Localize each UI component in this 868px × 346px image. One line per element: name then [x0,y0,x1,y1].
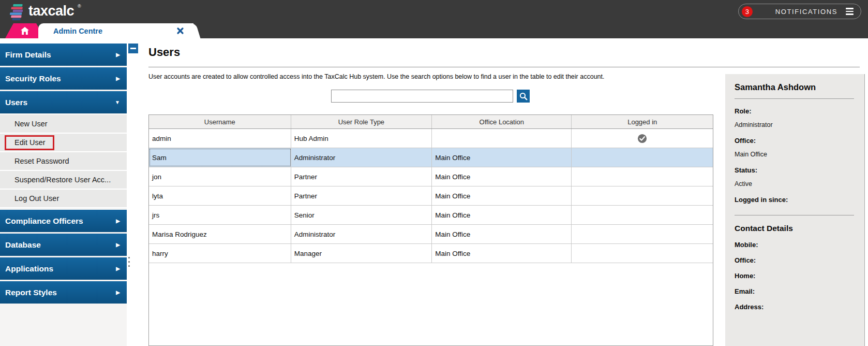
table-row[interactable]: jonPartnerMain Office [149,167,713,186]
users-table: UsernameUser Role TypeOffice LocationLog… [148,114,713,346]
notifications-button[interactable]: 3 NOTIFICATIONS [738,4,861,19]
cell-logged-in [572,244,713,263]
minus-icon [130,48,136,49]
contact-label-home: Home: [735,272,854,280]
cell-user-role-type: Partner [291,167,432,186]
table-row[interactable]: SamAdministratorMain Office [149,148,713,167]
users-table-body: adminHub AdminSamAdministratorMain Offic… [149,129,713,263]
top-bar: taxcalc ® 3 NOTIFICATIONS [0,0,868,23]
chevron-right-icon: ▶ [116,218,120,224]
table-row[interactable]: adminHub Admin [149,129,713,148]
sidebar-item-compliance-officers[interactable]: Compliance Officers▶ [0,210,127,232]
cell-logged-in [572,186,713,205]
sidebar-subitem-new-user[interactable]: New User [0,115,127,134]
tab-label: Admin Centre [38,27,102,35]
search-row [331,90,530,103]
search-button[interactable] [517,90,530,103]
logo-text: taxcalc [28,2,74,20]
cell-username: admin [149,129,291,148]
chevron-right-icon: ▶ [116,52,120,57]
cell-username: harry [149,244,291,263]
chevron-right-icon: ▶ [116,242,120,248]
home-icon [21,27,29,35]
users-table-header: UsernameUser Role TypeOffice LocationLog… [149,115,713,129]
detail-label-office: Office: [735,137,854,145]
contact-details-title: Contact Details [735,224,854,233]
highlight-box [5,135,54,150]
sidebar-item-label: Applications [5,264,116,273]
notifications-label: NOTIFICATIONS [775,8,837,16]
sidebar-item-applications[interactable]: Applications▶ [0,257,127,280]
title-divider [148,67,860,67]
cell-office-location: Main Office [432,148,572,167]
sidebar-item-database[interactable]: Database▶ [0,234,127,256]
contact-label-address: Address: [735,303,854,311]
cell-username: lyta [149,186,291,205]
sidebar-collapse-button[interactable] [128,44,138,53]
detail-label-logged-in-since: Logged in since: [735,196,854,204]
cell-user-role-type: Senior [291,206,432,224]
book-stack-icon [7,3,25,22]
cell-user-role-type: Manager [291,244,432,263]
cell-username: jrs [149,206,291,224]
search-input[interactable] [331,90,513,103]
cell-logged-in [572,206,713,224]
column-header-user-role-type: User Role Type [291,115,432,128]
notification-count-badge: 3 [742,6,753,17]
cell-user-role-type: Hub Admin [291,129,432,148]
sidebar-subitem-reset-password[interactable]: Reset Password [0,152,127,171]
details-panel: Samantha Ashdown Role:AdministratorOffic… [725,74,865,346]
cell-office-location: Main Office [432,206,572,224]
sidebar: Firm Details▶Security Roles▶Users▼New Us… [0,44,127,346]
panel-divider [735,98,854,99]
sidebar-item-security-roles[interactable]: Security Roles▶ [0,67,127,90]
detail-label-status: Status: [735,166,854,174]
cell-logged-in [572,225,713,243]
tab-admin-centre[interactable]: Admin Centre [38,23,193,38]
sidebar-item-label: Security Roles [5,74,116,83]
cell-logged-in [572,148,713,167]
sidebar-item-label: Compliance Officers [5,217,116,226]
chevron-right-icon: ▶ [116,76,120,81]
cell-user-role-type: Administrator [291,225,432,243]
panel-divider [735,215,854,215]
column-header-username: Username [149,115,291,128]
column-header-office-location: Office Location [432,115,572,128]
chevron-right-icon: ▶ [116,290,120,295]
page-description: User accounts are created to allow contr… [148,73,605,80]
table-row[interactable]: lytaPartnerMain Office [149,186,713,206]
logged-in-check-icon [637,134,647,143]
sidebar-item-users[interactable]: Users▼ [0,91,127,113]
contact-label-email: Email: [735,287,854,295]
sidebar-resize-handle[interactable] [127,257,131,267]
cell-username: Marisa Rodriguez [149,225,291,243]
search-icon [519,92,528,100]
sidebar-subitem-suspend-restore-user-acc[interactable]: Suspend/Restore User Acc... [0,171,127,190]
detail-value-role: Administrator [735,121,854,128]
sidebar-item-firm-details[interactable]: Firm Details▶ [0,44,127,66]
sidebar-item-label: Users [5,98,115,107]
table-row[interactable]: harryManagerMain Office [149,244,713,263]
cell-logged-in [572,167,713,186]
cell-office-location: Main Office [432,186,572,205]
selected-user-name: Samantha Ashdown [735,82,854,92]
sidebar-item-report-styles[interactable]: Report Styles▶ [0,281,127,304]
table-row[interactable]: jrsSeniorMain Office [149,206,713,225]
hamburger-icon [846,8,854,15]
cell-username: jon [149,167,291,186]
table-row[interactable]: Marisa RodriguezAdministratorMain Office [149,225,713,244]
sidebar-subitem-log-out-user[interactable]: Log Out User [0,190,127,208]
column-header-logged-in: Logged in [572,115,713,128]
contact-detail-fields: Mobile:Office:Home:Email:Address: [735,241,854,311]
cell-user-role-type: Administrator [291,148,432,167]
sidebar-item-label: Firm Details [5,50,116,60]
sidebar-item-label: Database [5,240,116,250]
registered-mark: ® [78,4,81,9]
cell-office-location: Main Office [432,244,572,263]
detail-value-office: Main Office [735,151,854,158]
contact-label-office: Office: [735,256,854,264]
sidebar-subitem-edit-user[interactable]: Edit User [0,134,127,152]
cell-office-location [432,129,572,148]
close-icon[interactable] [176,27,184,35]
contact-label-mobile: Mobile: [735,241,854,249]
